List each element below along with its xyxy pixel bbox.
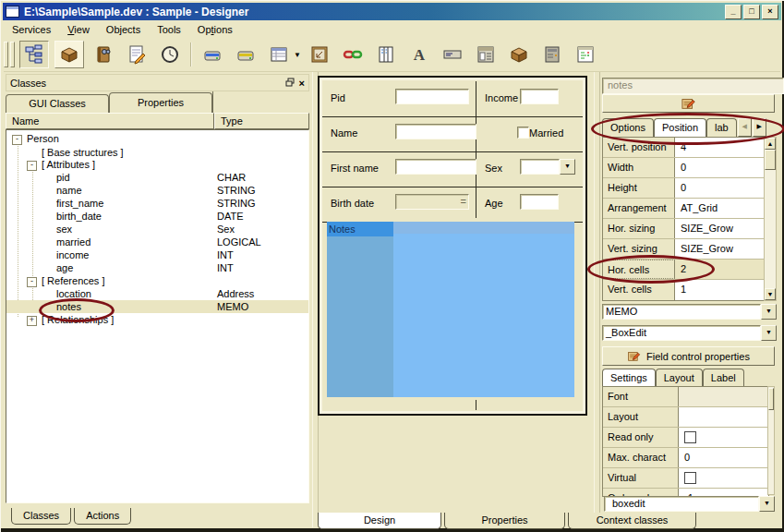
control-dropdown-arrow[interactable]: ▼ [761,325,777,341]
settings-property-grid: Font Layout Read only Max. charact0 Virt… [602,386,769,497]
package-icon[interactable] [54,41,84,68]
column-header-name[interactable]: Name [6,113,214,129]
toolbar-grip[interactable] [4,42,8,67]
tree-item-first-name[interactable]: first_nameSTRING [6,197,308,210]
grid-scrollbar[interactable]: ▲ ▼ [764,137,777,301]
link-icon[interactable] [339,42,367,67]
list-view-icon[interactable] [472,42,500,67]
device-icon[interactable] [538,42,566,67]
svg-text:A: A [414,46,426,64]
married-checkbox[interactable] [517,127,529,139]
notes-memo-body[interactable] [393,222,574,397]
edit-document-icon[interactable] [123,42,151,67]
book-icon[interactable] [90,42,117,67]
type-dropdown-arrow[interactable]: ▼ [761,304,777,320]
virtual-checkbox[interactable] [684,472,696,484]
birth-date-input[interactable]: = [395,194,469,210]
variant-dropdown-arrow[interactable]: ▼ [759,496,775,512]
read-only-checkbox[interactable] [684,431,696,443]
toolbar-grip-2[interactable] [10,42,15,67]
minimize-button[interactable]: _ [725,5,742,19]
image-icon[interactable] [306,42,333,67]
column-header-type[interactable]: Type [214,113,309,129]
edit-field-button[interactable] [602,94,775,113]
tab-gui-classes[interactable]: GUI Classes [6,94,109,113]
settings-grid-scrollbar[interactable] [767,386,775,495]
notes-memo-widget[interactable]: Notes [327,222,574,397]
menu-options[interactable]: Options [189,22,241,37]
scroll-up-icon[interactable]: ▲ [765,138,776,150]
tree-item-income[interactable]: incomeINT [6,248,308,261]
tree-item-attributes[interactable]: -[ Attributes ] [6,158,308,171]
tree-item-pid[interactable]: pidCHAR [6,171,308,184]
maximize-button[interactable]: □ [743,5,760,19]
tab-scroll-right-icon[interactable]: ▶ [753,118,766,137]
form-grid-icon[interactable] [265,42,293,67]
tree-item-person[interactable]: -Person [6,132,308,145]
notes-widget-label[interactable]: Notes [327,222,393,236]
menu-objects[interactable]: Objects [98,22,149,37]
tree-item-location[interactable]: locationAddress [6,287,308,300]
scroll-down-icon[interactable]: ▼ [765,288,776,300]
income-input[interactable] [520,89,559,104]
tab-layout[interactable]: Layout [656,369,703,387]
drive-blue-icon[interactable] [199,42,226,67]
menu-view[interactable]: View [59,22,98,37]
tab-classes[interactable]: Classes [11,508,71,525]
splitter-right[interactable] [594,72,600,527]
first-name-input[interactable] [395,159,476,175]
tab-properties[interactable]: Properties [109,92,212,113]
classes-panel-tabs: GUI Classes Properties [6,91,309,113]
close-panel-icon[interactable]: × [299,78,305,89]
tree-item-age[interactable]: ageINT [6,261,308,274]
tree-item-relationships[interactable]: +[ Relationships ] [6,313,308,326]
classes-panel-header: Classes × [6,74,309,91]
notes-label-column[interactable] [327,236,393,397]
name-input[interactable] [395,124,476,139]
pid-input[interactable] [395,89,469,104]
field-type-combobox[interactable]: MEMO▼ [602,304,777,320]
tree-item-references[interactable]: -[ References ] [6,274,308,287]
columns-icon[interactable] [372,42,400,67]
class-tree-icon[interactable] [19,41,49,68]
tab-properties-bottom[interactable]: Properties [444,513,565,529]
tree-item-birth-date[interactable]: birth_dateDATE [6,210,308,223]
age-label: Age [485,198,503,209]
position-property-grid: Vert. position4 Width0 Height0 Arrangeme… [602,137,766,301]
tree-item-name[interactable]: nameSTRING [6,184,308,197]
tab-label-clipped[interactable]: lab [706,118,737,137]
sex-combobox[interactable]: ▼ [520,159,575,175]
tree-item-base-structures[interactable]: [ Base structures ] [6,145,308,158]
close-button[interactable]: × [762,5,778,19]
dialog-icon[interactable] [572,42,599,67]
menu-services[interactable]: Services [4,22,59,37]
tab-scroll-left-icon[interactable]: ◀ [738,118,752,137]
notepad-pencil-icon [681,96,697,111]
form-design-surface[interactable]: Pid Income Name Married First name Sex ▼… [318,76,587,416]
property-row: Height0 [603,178,765,199]
tree-item-notes[interactable]: notesMEMO [6,300,308,313]
clock-icon[interactable] [156,42,184,67]
tab-design[interactable]: Design [318,513,441,529]
tab-settings[interactable]: Settings [602,369,656,387]
tab-label[interactable]: Label [703,369,744,387]
property-row-hor-cells[interactable]: Hor. cells2 [603,260,765,280]
float-panel-icon[interactable] [285,78,295,89]
tree-item-married[interactable]: marriedLOGICAL [6,236,308,248]
tab-actions[interactable]: Actions [74,508,131,525]
control-class-combobox[interactable]: _BoxEdit▼ [602,325,777,342]
editbox-icon[interactable] [439,42,466,67]
package2-icon[interactable] [505,42,533,67]
control-variant-combobox[interactable]: boxedit▼ [604,496,775,513]
tab-options[interactable]: Options [602,118,654,137]
font-icon[interactable]: A [405,42,433,67]
tab-position[interactable]: Position [654,118,706,137]
sex-dropdown-arrow[interactable]: ▼ [560,159,575,175]
age-input[interactable] [520,194,559,210]
tree-item-sex[interactable]: sexSex [6,223,308,236]
scrollbar-thumb[interactable] [765,150,776,170]
form-grid-dropdown-arrow[interactable]: ▼ [294,51,301,59]
menu-tools[interactable]: Tools [149,22,189,37]
drive-yellow-icon[interactable] [232,42,259,67]
field-control-properties-button[interactable]: Field control properties [602,346,775,366]
